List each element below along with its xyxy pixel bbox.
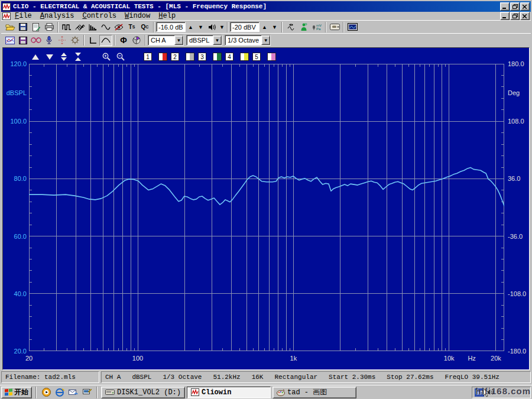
close-button[interactable] (520, 2, 530, 11)
frequency-response-curve (29, 64, 504, 351)
quality-control-icon[interactable]: QC (138, 21, 151, 33)
phase-icon[interactable]: Φ (117, 35, 130, 46)
unit-select[interactable]: dBSPL▼ (186, 35, 222, 46)
child-minimize-button[interactable] (500, 12, 510, 20)
mic-sensitivity-icon[interactable]: mVPa (310, 21, 323, 33)
axis-scale-icon[interactable] (86, 35, 99, 46)
phantom-person-icon[interactable] (297, 21, 310, 33)
curve-slot-4-color[interactable] (240, 53, 249, 61)
y-axis-tick-left: 100.0 (4, 118, 27, 125)
curve-slot-4-button[interactable]: 4 (225, 53, 233, 61)
curve-slot-5-button[interactable]: 5 (252, 53, 261, 61)
smoothing-select[interactable]: 1/3 Octave▼ (225, 35, 271, 46)
waterfall-analysis-icon[interactable] (73, 21, 86, 33)
language-indicator[interactable]: En (475, 388, 484, 397)
graph-toolbar: Φ CH A▼ dBSPL▼ 1/3 Octave▼ (1, 33, 531, 47)
expand-scale-icon[interactable] (59, 52, 69, 61)
volume-icon[interactable] (486, 389, 494, 395)
menu-analysis[interactable]: Analysis (36, 12, 79, 20)
toolbar-separator (57, 22, 59, 33)
app-icon[interactable] (2, 3, 11, 11)
y-axis-tick-left: 20.0 (4, 348, 27, 355)
output-level-up-button[interactable]: ▲ (186, 22, 196, 32)
task-disk-window[interactable]: DISK1_VOL2 (D:) (101, 387, 185, 398)
eye-crossed-icon[interactable] (112, 21, 125, 33)
menu-window[interactable]: Window (121, 12, 154, 20)
output-level-down-button[interactable]: ▼ (196, 22, 206, 32)
y-axis-tick-right: 180.0 (508, 60, 532, 67)
start-button[interactable]: 开始 (1, 387, 32, 398)
shift-up-icon[interactable] (30, 52, 41, 61)
x-axis-tick: 20k (483, 355, 509, 362)
input-sensitivity-down-button[interactable]: ▼ (270, 22, 280, 32)
curve-slot-2-button[interactable]: 2 (171, 53, 179, 61)
export-notes-icon[interactable] (30, 21, 43, 33)
settings-gear-icon[interactable] (69, 35, 82, 46)
output-options-dropdown[interactable]: ▼ (219, 22, 225, 32)
taskbar-separator (35, 387, 37, 398)
mdi-child-icon[interactable] (2, 12, 11, 20)
chevron-down-icon[interactable]: ▼ (174, 35, 183, 45)
task-paint-window[interactable]: tad - 画图 (273, 387, 356, 398)
status-field: CH A (105, 374, 121, 381)
child-close-button[interactable] (520, 12, 530, 20)
x-axis-tick: 100 (125, 355, 151, 362)
save-icon[interactable] (17, 21, 30, 33)
hardware-box-icon[interactable] (328, 21, 341, 33)
curve-slot-1-color[interactable] (158, 53, 167, 61)
curve-slot-5-color[interactable] (267, 53, 276, 61)
print-icon[interactable] (43, 21, 56, 33)
qcbox-monitor-icon[interactable] (346, 21, 359, 33)
thiele-small-icon[interactable]: TS (125, 21, 138, 33)
compress-scale-icon[interactable] (73, 52, 83, 61)
curve-memory-slots: 12345 (144, 53, 276, 61)
smooth-curve-icon[interactable] (99, 35, 112, 46)
curve-slot-3-button[interactable]: 3 (198, 53, 206, 61)
menu-file[interactable]: File (11, 12, 36, 20)
microphone-icon[interactable] (43, 35, 56, 46)
main-toolbar: TS QC -16.0 dB ▲ ▼ ▼ -20 dBV ▲ ▼ mVPa (1, 20, 531, 33)
internet-explorer-icon[interactable] (54, 387, 66, 398)
desktop: CLIO - ELECTRICAL & ACOUSTICAL TESTS - [… (0, 0, 532, 399)
polar-plot-icon[interactable] (130, 35, 143, 46)
output-level-field[interactable]: -16.0 dB (156, 22, 186, 32)
new-graph-window-icon[interactable] (4, 35, 17, 46)
y-axis-unit-right: Deg (508, 89, 532, 96)
graph-control-strip: 12345 (30, 51, 276, 62)
channel-value: CH A (148, 37, 174, 44)
media-player-icon[interactable] (40, 387, 52, 398)
task-cliowin-window[interactable]: Cliowin (187, 387, 271, 398)
mls-analysis-icon[interactable] (60, 21, 73, 33)
menu-controls[interactable]: Controls (78, 12, 121, 20)
fft-analysis-icon[interactable] (86, 21, 99, 33)
move-crosshair-icon[interactable] (56, 35, 69, 46)
input-sensitivity-field[interactable]: -20 dBV (230, 22, 259, 32)
y-axis-tick-left: 80.0 (4, 175, 27, 182)
restore-button[interactable] (510, 2, 520, 11)
chevron-down-icon[interactable]: ▼ (261, 35, 270, 45)
curve-slot-2-color[interactable] (186, 53, 194, 61)
open-file-icon[interactable] (4, 21, 17, 33)
outlook-express-icon[interactable] (67, 387, 79, 398)
speaker-output-icon[interactable] (206, 21, 219, 33)
paint-icon (277, 389, 285, 396)
smoothing-value: 1/3 Octave (225, 37, 261, 44)
chevron-down-icon[interactable]: ▼ (213, 35, 222, 45)
y-axis-tick-right: -36.0 (508, 233, 532, 240)
status-field: dBSPL (132, 374, 151, 381)
zoom-out-icon[interactable] (115, 52, 126, 61)
autorange-icon[interactable] (284, 21, 297, 33)
sinusoidal-analysis-icon[interactable] (99, 21, 112, 33)
curve-slot-3-color[interactable] (213, 53, 222, 61)
loop-icon[interactable] (30, 35, 43, 46)
minimize-button[interactable] (500, 2, 510, 11)
menu-help[interactable]: Help (154, 12, 180, 20)
input-sensitivity-up-button[interactable]: ▲ (259, 22, 270, 32)
curve-slot-1-button[interactable]: 1 (144, 53, 152, 61)
child-restore-button[interactable] (510, 12, 520, 20)
shift-down-icon[interactable] (44, 52, 55, 61)
channel-select[interactable]: CH A▼ (148, 35, 184, 46)
show-desktop-icon[interactable] (81, 387, 93, 398)
save-measurement-icon[interactable] (17, 35, 30, 46)
zoom-in-icon[interactable] (101, 52, 112, 61)
